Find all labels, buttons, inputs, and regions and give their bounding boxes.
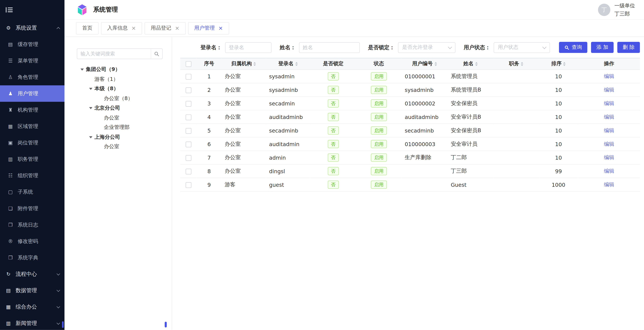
sort-icon[interactable]	[475, 62, 478, 66]
tree-node-enterprise-dept[interactable]: 企业管理部	[77, 123, 163, 132]
select-all-checkbox[interactable]	[186, 61, 191, 67]
sidebar-group-data-management[interactable]: ▤数据管理	[0, 282, 64, 299]
tab-supplies-registration[interactable]: 用品登记×	[144, 22, 186, 34]
sidebar-group-system-settings[interactable]: ⚙系统设置	[0, 20, 64, 36]
lock-filter-select[interactable]: 是否允许登录	[398, 42, 456, 53]
row-checkbox[interactable]	[186, 74, 191, 79]
sidebar-item-role-management[interactable]: ♙角色管理	[0, 69, 64, 85]
close-icon[interactable]: ×	[132, 25, 136, 31]
cell-org: 办公室	[222, 97, 266, 110]
sidebar-group-general-office[interactable]: ▦综合办公	[0, 299, 64, 315]
sort-icon[interactable]	[563, 62, 566, 66]
sort-icon[interactable]	[295, 62, 298, 66]
sidebar-item-label: 岗位管理	[18, 139, 38, 146]
cell-locked: 否	[310, 110, 356, 124]
edit-link[interactable]: 编辑	[604, 73, 614, 79]
sidebar-item-attachment-management[interactable]: ❏附件管理	[0, 200, 64, 217]
close-icon[interactable]: ×	[175, 25, 180, 31]
row-checkbox[interactable]	[186, 114, 191, 120]
cell-locked: 否	[310, 124, 356, 137]
column-header-action[interactable]: 操作	[578, 58, 640, 70]
sidebar-group-news-management[interactable]: ▥新闻管理	[0, 315, 64, 330]
collapse-menu-icon[interactable]	[6, 7, 13, 13]
name-filter-group: 姓名：	[280, 42, 360, 53]
sidebar-item-user-management[interactable]: ♟用户管理	[0, 85, 64, 102]
cell-org: 办公室	[222, 151, 266, 164]
edit-link[interactable]: 编辑	[604, 100, 614, 106]
tree-node-guest[interactable]: 游客（1）	[77, 74, 163, 84]
sort-icon[interactable]	[254, 62, 256, 66]
column-header-duty[interactable]: 职务	[494, 58, 539, 70]
tab-user-management[interactable]: 用户管理×	[188, 22, 229, 34]
edit-link[interactable]: 编辑	[604, 127, 614, 133]
column-header-no[interactable]: 序号	[197, 58, 222, 70]
sort-icon[interactable]	[434, 62, 437, 66]
sidebar-item-system-log[interactable]: ❐系统日志	[0, 217, 64, 233]
sidebar-item-organization-management[interactable]: ♜机构管理	[0, 102, 64, 118]
sidebar-item-change-password[interactable]: ®修改密码	[0, 233, 64, 250]
sidebar-item-group-management[interactable]: ☷组织管理	[0, 167, 64, 184]
query-button[interactable]: 查询	[559, 42, 588, 53]
row-checkbox[interactable]	[186, 128, 191, 134]
column-header-locked[interactable]: 是否锁定	[310, 58, 356, 70]
sidebar-item-duty-management[interactable]: ▥职务管理	[0, 151, 64, 167]
cell-action: 编辑	[578, 110, 640, 124]
row-checkbox[interactable]	[186, 141, 191, 147]
sidebar-item-menu-management[interactable]: ☰菜单管理	[0, 52, 64, 69]
caret-down-icon	[89, 136, 92, 138]
tree-node-local-level[interactable]: 本级（8）	[77, 84, 163, 94]
column-header-user_no[interactable]: 用户编号	[402, 58, 448, 70]
status-badge: 否	[328, 99, 339, 108]
delete-button[interactable]: 删 除	[617, 42, 640, 53]
status-filter-select[interactable]: 用户状态	[494, 42, 550, 53]
org-tree-panel: 集团公司（9）游客（1）本级（8）办公室（8）北京分公司办公室企业管理部上海分公…	[64, 37, 172, 330]
tree-search-button[interactable]	[151, 49, 162, 59]
tree-node-local-office[interactable]: 办公室（8）	[77, 94, 163, 103]
sidebar-item-region-management[interactable]: ▦区域管理	[0, 118, 64, 135]
close-icon[interactable]: ×	[218, 25, 223, 31]
name-filter-input[interactable]	[299, 42, 360, 53]
row-checkbox[interactable]	[186, 155, 191, 161]
user-avatar[interactable]: 丁	[598, 3, 610, 16]
current-user-name[interactable]: 丁三郎	[614, 10, 635, 18]
cell-user_no: secadminb	[402, 124, 448, 137]
tree-node-beijing-branch[interactable]: 北京分公司	[77, 103, 163, 113]
sort-asc-icon	[434, 62, 437, 63]
tree-node-label: 上海分公司	[94, 134, 120, 141]
tree-scrollbar-thumb[interactable]	[165, 322, 167, 328]
edit-link[interactable]: 编辑	[604, 181, 614, 187]
column-header-name[interactable]: 姓名	[448, 58, 494, 70]
sidebar-item-post-management[interactable]: ▣岗位管理	[0, 135, 64, 151]
row-checkbox[interactable]	[186, 87, 191, 93]
status-badge: 否	[328, 85, 339, 94]
tree-search-input[interactable]	[77, 49, 151, 59]
sidebar-item-subsystem[interactable]: ▢子系统	[0, 184, 64, 200]
edit-link[interactable]: 编辑	[604, 113, 614, 120]
column-header-status[interactable]: 状态	[356, 58, 402, 70]
cell-duty	[494, 110, 539, 124]
edit-link[interactable]: 编辑	[604, 141, 614, 147]
sidebar-item-cache-management[interactable]: ▤缓存管理	[0, 36, 64, 52]
sidebar-group-process-center[interactable]: ↻流程中心	[0, 266, 64, 282]
column-header-sort[interactable]: 排序	[539, 58, 578, 70]
tree-node-shanghai-office[interactable]: 办公室	[77, 142, 163, 152]
edit-link[interactable]: 编辑	[604, 86, 614, 92]
sort-icon[interactable]	[521, 62, 524, 66]
edit-link[interactable]: 编辑	[604, 154, 614, 160]
row-checkbox[interactable]	[186, 101, 191, 107]
sidebar-item-system-dictionary[interactable]: ❒系统字典	[0, 250, 64, 266]
column-header-org[interactable]: 归属机构	[222, 58, 266, 70]
sidebar-scrollbar-thumb[interactable]	[62, 321, 64, 328]
row-checkbox[interactable]	[186, 182, 191, 188]
edit-link[interactable]: 编辑	[604, 168, 614, 174]
tree-node-shanghai-branch[interactable]: 上海分公司	[77, 132, 163, 142]
login-filter-input[interactable]	[225, 42, 272, 53]
row-checkbox[interactable]	[186, 169, 191, 174]
add-button[interactable]: 添 加	[591, 42, 614, 53]
main-column: 系统管理 丁 一级单位 丁三郎 首页入库信息×用品登记×用户管理×	[64, 0, 644, 330]
tree-node-beijing-office[interactable]: 办公室	[77, 113, 163, 123]
tree-node-group-company[interactable]: 集团公司（9）	[77, 65, 163, 74]
column-header-login[interactable]: 登录名	[266, 58, 310, 70]
tab-home[interactable]: 首页	[76, 22, 99, 34]
tab-inbound-info[interactable]: 入库信息×	[101, 22, 142, 34]
